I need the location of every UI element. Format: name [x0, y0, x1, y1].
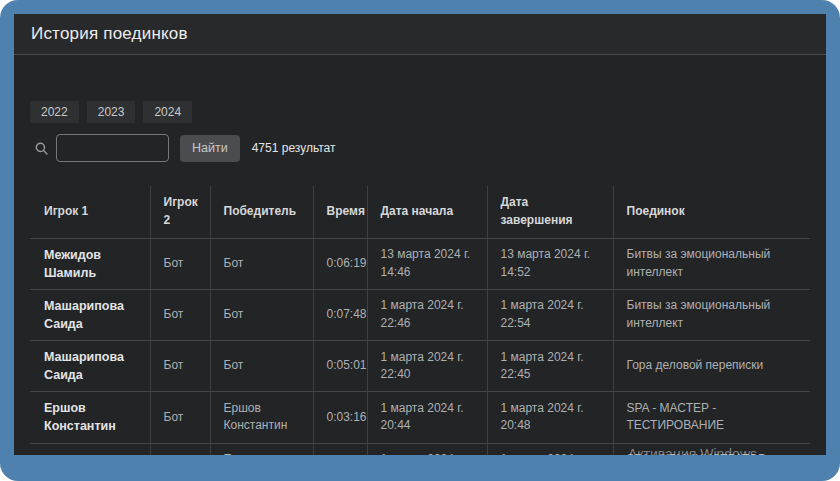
cell-time: 0:05:01: [313, 341, 367, 392]
col-player1: Игрок 1: [30, 186, 150, 238]
cell-player1: Межидов Шамиль: [30, 238, 150, 289]
table-row[interactable]: Машарипова Саида Бот Бот 0:07:48 1 марта…: [30, 289, 810, 340]
cell-time: 0:07:48: [313, 289, 367, 340]
results-count: 4751 результат: [252, 141, 336, 155]
cell-player1: Ершов Константин: [30, 392, 150, 443]
cell-date-start: 1 марта 2024 г. 20:44: [367, 392, 487, 443]
page-title: История поединков: [31, 24, 188, 44]
history-table: Игрок 1 Игрок 2 Победитель Время Дата на…: [30, 186, 810, 455]
year-tabs: 2022 2023 2024: [30, 101, 810, 123]
cell-time: 0:03:16: [313, 392, 367, 443]
cell-date-start: 1 марта 2024 г. 20:33: [367, 443, 487, 455]
cell-date-end: 1 марта 2024 г. 20:48: [487, 392, 613, 443]
cell-date-start: 1 марта 2024 г. 22:40: [367, 341, 487, 392]
cell-winner: Ершов Константин: [210, 443, 313, 455]
cell-date-end: 1 марта 2024 г. 22:54: [487, 289, 613, 340]
cell-duel: Гора деловой переписки: [613, 341, 810, 392]
table-row[interactable]: Ершов Константин Бот Ершов Константин 0:…: [30, 392, 810, 443]
cell-winner: Бот: [210, 341, 313, 392]
cell-duel: Битвы за эмоциональный интеллект: [613, 238, 810, 289]
cell-winner: Бот: [210, 289, 313, 340]
cell-winner: Бот: [210, 238, 313, 289]
search-input[interactable]: [56, 134, 169, 162]
col-date-end: Дата завершения: [487, 186, 613, 238]
table-row[interactable]: Машарипова Саида Бот Бот 0:05:01 1 марта…: [30, 341, 810, 392]
cell-date-start: 1 марта 2024 г. 22:46: [367, 289, 487, 340]
col-date-start: Дата начала: [367, 186, 487, 238]
cell-duel: SPA - МАСТЕР - ТЕСТИРОВАНИЕ: [613, 392, 810, 443]
search-icon: [35, 142, 48, 155]
cell-date-end: 1 марта 2024 г. 22:45: [487, 341, 613, 392]
cell-player1: Машарипова Саида: [30, 289, 150, 340]
cell-player2: Бот: [150, 341, 210, 392]
cell-player1: Машарипова Саида: [30, 341, 150, 392]
cell-time: 0:04:25: [313, 443, 367, 455]
cell-winner: Ершов Константин: [210, 392, 313, 443]
col-duel: Поединок: [613, 186, 810, 238]
cell-duel: Битвы за эмоциональный интеллект: [613, 289, 810, 340]
cell-player2: Бот: [150, 289, 210, 340]
cell-player1: Ершов Константин: [30, 443, 150, 455]
cell-player2: Бот: [150, 443, 210, 455]
col-time: Время: [313, 186, 367, 238]
window-frame: История поединков 2022 2023 2024 Найти 4…: [0, 0, 840, 481]
panel-header: История поединков: [14, 14, 826, 55]
tab-2023[interactable]: 2023: [87, 101, 136, 123]
col-player2: Игрок 2: [150, 186, 210, 238]
cell-date-end: 1 марта 2024 г. 20:37: [487, 443, 613, 455]
cell-date-start: 13 марта 2024 г. 14:46: [367, 238, 487, 289]
cell-player2: Бот: [150, 392, 210, 443]
search-button[interactable]: Найти: [180, 135, 240, 162]
history-panel: История поединков 2022 2023 2024 Найти 4…: [14, 14, 826, 455]
cell-duel: SPA - АДМИНИСТРАТОР - ТЕСТИРОВАНИЕ: [613, 443, 810, 455]
search-row: Найти 4751 результат: [30, 133, 810, 163]
col-winner: Победитель: [210, 186, 313, 238]
cell-time: 0:06:19: [313, 238, 367, 289]
cell-player2: Бот: [150, 238, 210, 289]
tab-2022[interactable]: 2022: [30, 101, 79, 123]
tab-2024[interactable]: 2024: [143, 101, 192, 123]
table-row[interactable]: Межидов Шамиль Бот Бот 0:06:19 13 марта …: [30, 238, 810, 289]
table-row[interactable]: Ершов Константин Бот Ершов Константин 0:…: [30, 443, 810, 455]
panel-content: 2022 2023 2024 Найти 4751 результат: [14, 101, 826, 455]
cell-date-end: 13 марта 2024 г. 14:52: [487, 238, 613, 289]
table-header-row: Игрок 1 Игрок 2 Победитель Время Дата на…: [30, 186, 810, 238]
